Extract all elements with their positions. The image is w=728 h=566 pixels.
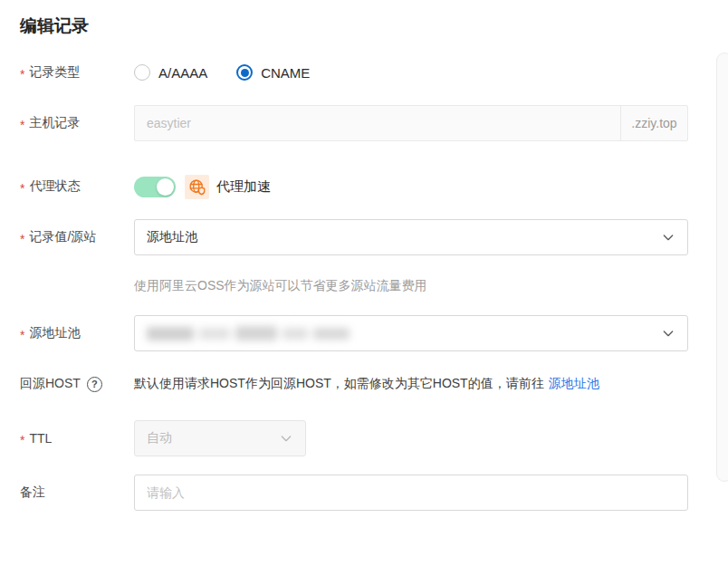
ttl-value: 自动 <box>147 430 172 446</box>
row-proxy-status: * 代理状态 代理加速 <box>0 168 728 205</box>
ttl-select: 自动 <box>134 420 306 456</box>
proxy-status-label-text: 代理状态 <box>29 178 80 195</box>
record-value-label: * 记录值/源站 <box>0 229 134 245</box>
domain-suffix: .zziy.top <box>620 106 687 140</box>
record-type-options: A/AAAA CNAME <box>134 64 339 81</box>
row-origin-pool: * 源地址池 <box>0 315 728 351</box>
required-asterisk: * <box>20 433 24 447</box>
radio-a-aaaa[interactable]: A/AAAA <box>134 64 207 81</box>
ttl-label-text: TTL <box>29 431 52 446</box>
record-type-label-text: 记录类型 <box>29 64 80 81</box>
origin-pool-label: * 源地址池 <box>0 325 134 341</box>
required-asterisk: * <box>20 67 24 82</box>
origin-pool-select[interactable] <box>134 315 688 351</box>
origin-pool-link[interactable]: 源地址池 <box>549 376 599 392</box>
proxy-status-text: 代理加速 <box>216 178 271 196</box>
proxy-status-label: * 代理状态 <box>0 178 134 195</box>
radio-cname[interactable]: CNAME <box>236 64 310 81</box>
required-asterisk: * <box>20 118 24 132</box>
record-type-label: * 记录类型 <box>0 64 134 81</box>
row-record-value: * 记录值/源站 源地址池 <box>0 219 728 255</box>
remark-label: 备注 <box>0 484 134 501</box>
page-title: 编辑记录 <box>20 13 728 40</box>
remark-label-text: 备注 <box>20 484 45 501</box>
record-value-label-text: 记录值/源站 <box>29 229 96 245</box>
proxy-toggle[interactable] <box>134 177 176 197</box>
help-icon[interactable]: ? <box>87 377 102 392</box>
radio-checked-icon[interactable] <box>236 64 253 81</box>
radio-cname-label: CNAME <box>261 65 310 81</box>
required-asterisk: * <box>20 328 24 342</box>
host-record-input[interactable]: easytier .zziy.top <box>134 105 688 141</box>
origin-pool-label-text: 源地址池 <box>29 325 80 341</box>
chevron-down-icon <box>279 431 293 448</box>
chevron-down-icon <box>661 326 675 343</box>
record-value-select[interactable]: 源地址池 <box>134 219 688 255</box>
row-ttl: * TTL 自动 <box>0 420 728 456</box>
edit-record-panel: 编辑记录 * 记录类型 A/AAAA CNAME * 主机记录 easytier <box>0 0 728 511</box>
ttl-label: * TTL <box>0 431 134 446</box>
record-value-selected: 源地址池 <box>147 229 197 245</box>
origin-pool-redacted-value <box>147 326 350 341</box>
group-record-value: * 记录值/源站 源地址池 使用阿里云OSS作为源站可以节省更多源站流量费用 <box>0 219 728 294</box>
scrollbar-thumb[interactable] <box>716 53 728 482</box>
host-record-label: * 主机记录 <box>0 115 134 131</box>
row-record-type: * 记录类型 A/AAAA CNAME <box>0 54 728 91</box>
toggle-knob[interactable] <box>157 178 174 196</box>
radio-unchecked-icon[interactable] <box>134 64 150 81</box>
origin-host-description: 默认使用请求HOST作为回源HOST，如需修改为其它HOST的值，请前往 <box>134 376 544 392</box>
row-origin-host: 回源HOST ? 默认使用请求HOST作为回源HOST，如需修改为其它HOST的… <box>0 366 728 402</box>
host-record-label-text: 主机记录 <box>29 115 80 131</box>
required-asterisk: * <box>20 232 24 246</box>
required-asterisk: * <box>20 181 24 196</box>
row-host-record: * 主机记录 easytier .zziy.top <box>0 105 728 141</box>
remark-input[interactable] <box>134 475 688 511</box>
oss-helper-text: 使用阿里云OSS作为源站可以节省更多源站流量费用 <box>134 276 728 294</box>
globe-shield-icon <box>185 175 209 199</box>
row-remark: 备注 <box>0 475 728 511</box>
origin-host-label-text: 回源HOST <box>20 376 81 392</box>
radio-a-aaaa-label: A/AAAA <box>158 65 207 81</box>
host-record-value[interactable]: easytier <box>135 106 620 140</box>
origin-host-label: 回源HOST ? <box>0 376 134 392</box>
chevron-down-icon <box>661 230 675 247</box>
